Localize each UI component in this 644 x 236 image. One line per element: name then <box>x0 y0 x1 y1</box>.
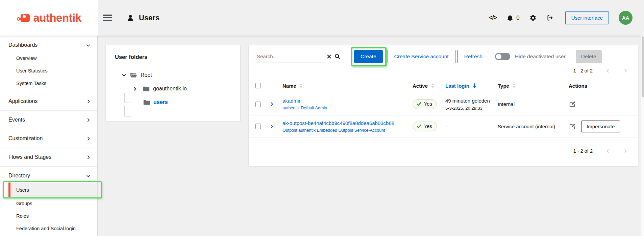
sidebar-item-users[interactable]: Users <box>8 183 97 197</box>
delete-button[interactable]: Delete <box>576 50 602 63</box>
edit-icon <box>569 123 576 130</box>
user-link[interactable]: ak-outpost-be44af4cbb9c490f8a8ddea6ab03c… <box>282 120 394 126</box>
pagination-next-button[interactable] <box>623 149 628 153</box>
row-checkbox[interactable] <box>255 124 261 129</box>
row-checkbox[interactable] <box>255 102 261 107</box>
sidebar-item-overview[interactable]: Overview <box>0 52 97 64</box>
users-table-panel: Create Create Service account Refresh Hi… <box>249 45 638 166</box>
folder-icon <box>143 100 150 105</box>
column-header-last-login[interactable]: Last login <box>445 83 498 89</box>
settings-button[interactable] <box>529 14 537 21</box>
chevron-left-icon <box>605 149 610 153</box>
sidebar-item-events[interactable]: Events <box>0 113 97 127</box>
edit-user-button[interactable] <box>569 123 576 130</box>
sidebar-item-applications[interactable]: Applications <box>0 94 97 108</box>
header-actions: </> 0 User interface AA <box>489 11 633 25</box>
toggle-knob <box>496 54 501 59</box>
search-box <box>255 50 326 63</box>
chevron-right-icon <box>86 155 91 159</box>
pagination-range: 1 - 2 of 2 <box>573 68 593 73</box>
column-header-active[interactable]: Active <box>413 83 445 89</box>
tree-item-users-folder[interactable]: users <box>122 95 240 109</box>
chevron-left-icon <box>605 68 610 73</box>
create-service-account-button[interactable]: Create Service account <box>388 50 455 63</box>
pagination-range: 1 - 2 of 2 <box>573 148 593 154</box>
sidebar-item-federation[interactable]: Federation and Social login <box>0 222 97 235</box>
hide-deactivated-toggle[interactable] <box>495 53 510 60</box>
tree-item-label: Root <box>141 72 152 78</box>
status-badge: Yes <box>413 122 437 131</box>
table-row: ak-outpost-be44af4cbb9c490f8a8ddea6ab03c… <box>249 115 638 137</box>
search-submit-button[interactable] <box>330 50 345 63</box>
toolbar: Create Create Service account Refresh Hi… <box>249 45 638 63</box>
user-folders-panel: User folders Root goauthentik.io <box>106 45 240 121</box>
divider <box>0 129 97 129</box>
page-title: Users <box>139 14 159 22</box>
gear-icon <box>529 14 537 21</box>
sign-out-icon <box>546 14 553 21</box>
chevron-right-icon[interactable] <box>133 87 137 91</box>
chevron-down-icon[interactable] <box>122 73 126 78</box>
chevron-right-icon <box>623 68 628 73</box>
sidebar-item-roles[interactable]: Roles <box>0 210 97 222</box>
logo-text: authentik <box>33 12 81 24</box>
user-description[interactable]: authentik Default Admin <box>282 106 327 110</box>
tree-item-label: goauthentik.io <box>153 86 187 92</box>
select-all-checkbox[interactable] <box>255 83 261 88</box>
vertical-scrollbar[interactable] <box>641 36 644 236</box>
sidebar-item-flows-and-stages[interactable]: Flows and Stages <box>0 150 97 164</box>
app-header: authentik Users </> 0 <box>0 0 644 36</box>
edit-icon <box>569 101 576 108</box>
pagination-prev-button[interactable] <box>605 68 610 73</box>
actions-cell <box>569 101 638 108</box>
divider <box>0 166 97 167</box>
sidebar-item-directory[interactable]: Directory <box>0 169 97 183</box>
search-input[interactable] <box>255 53 324 59</box>
tree-item-root[interactable]: Root <box>122 68 240 82</box>
user-interface-button[interactable]: User interface <box>565 11 609 24</box>
expand-row-button[interactable] <box>270 124 282 129</box>
notifications-button[interactable]: 0 <box>506 14 519 22</box>
hamburger-menu-icon[interactable] <box>103 15 112 21</box>
pagination-next-button[interactable] <box>623 68 628 73</box>
divider <box>0 110 97 111</box>
chevron-down-icon <box>86 174 91 178</box>
last-login-relative: - <box>445 124 498 129</box>
create-button[interactable]: Create <box>354 50 383 63</box>
sidebar-item-customization[interactable]: Customization <box>0 132 97 145</box>
refresh-button[interactable]: Refresh <box>457 50 489 63</box>
column-header-name[interactable]: Name <box>282 83 413 89</box>
column-header-type[interactable]: Type <box>498 83 569 89</box>
user-type: Internal <box>498 101 569 107</box>
user-icon <box>126 14 134 22</box>
api-code-icon[interactable]: </> <box>489 14 497 21</box>
sidebar-item-dashboards[interactable]: Dashboards <box>0 38 97 52</box>
scrollbar-thumb[interactable] <box>642 36 644 97</box>
divider <box>0 148 97 148</box>
logo[interactable]: authentik <box>0 0 98 36</box>
check-icon <box>417 102 421 106</box>
avatar[interactable]: AA <box>619 11 633 25</box>
sidebar-item-system-tasks[interactable]: System Tasks <box>0 77 97 89</box>
authentik-key-icon <box>17 12 31 24</box>
expand-row-button[interactable] <box>270 102 282 106</box>
chevron-right-icon <box>86 99 91 104</box>
pagination-prev-button[interactable] <box>605 149 610 153</box>
user-folders-title: User folders <box>106 45 240 60</box>
sort-desc-icon <box>473 83 476 88</box>
edit-user-button[interactable] <box>569 101 576 108</box>
pagination-top: 1 - 2 of 2 <box>249 63 638 79</box>
impersonate-button[interactable]: Impersonate <box>581 121 620 132</box>
user-link[interactable]: akadmin <box>282 98 302 104</box>
user-name-cell: ak-outpost-be44af4cbb9c490f8a8ddea6ab03c… <box>282 120 413 133</box>
user-description[interactable]: Outpost authentik Embedded Outpost Servi… <box>282 128 385 133</box>
sidebar-item-tokens[interactable]: Tokens and App passwords <box>0 235 97 236</box>
tree-item-goauthentik[interactable]: goauthentik.io <box>122 82 240 95</box>
logout-button[interactable] <box>546 14 553 21</box>
sidebar-item-groups[interactable]: Groups <box>0 197 97 210</box>
actions-cell: Impersonate <box>569 121 638 132</box>
sidebar-item-user-statistics[interactable]: User Statistics <box>0 64 97 77</box>
user-name-cell: akadmin authentik Default Admin <box>282 98 413 110</box>
chevron-down-icon <box>86 43 91 47</box>
page-title-group: Users <box>126 14 159 22</box>
